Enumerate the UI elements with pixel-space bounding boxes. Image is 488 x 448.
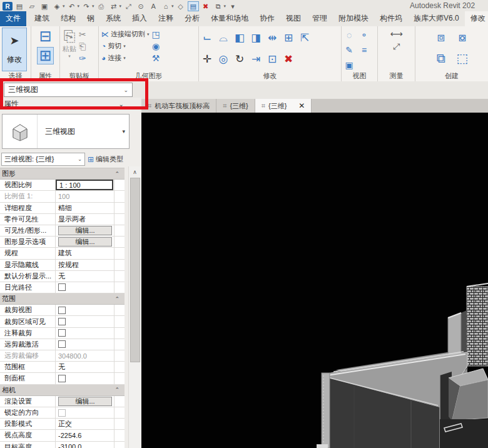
3d-viewport[interactable] xyxy=(141,113,488,448)
type-selector[interactable]: 三维视图 ▾ xyxy=(2,114,130,149)
print-icon[interactable]: ⎙ xyxy=(96,1,107,11)
edit-type-button[interactable]: ⊞ 编辑类型 xyxy=(88,153,129,166)
camera-icon[interactable]: ▣ xyxy=(345,60,353,70)
cascade-windows-icon[interactable]: ⧉ xyxy=(213,1,224,11)
edit-button[interactable]: 编辑... xyxy=(58,237,112,247)
demolish-icon[interactable]: ⚒ xyxy=(152,53,160,63)
property-group-header-图形[interactable]: 图形⌃ xyxy=(0,168,125,180)
close-icon[interactable]: ✕ xyxy=(298,101,305,110)
ribbon-tab-视图[interactable]: 视图 xyxy=(280,11,307,26)
measure-icon[interactable]: ⤢ xyxy=(123,1,134,11)
properties-palette-icon[interactable]: ⊟ xyxy=(39,28,51,44)
create-assembly-icon[interactable]: ⧇ xyxy=(459,32,467,42)
move-icon[interactable]: ✛ xyxy=(203,54,211,64)
pin-icon[interactable]: ⇱ xyxy=(300,33,309,43)
ribbon-tab-协作[interactable]: 协作 xyxy=(254,11,280,26)
modify-tool-button[interactable]: ➤ 修改 xyxy=(2,28,27,71)
ribbon-tab-族库大师V6.0[interactable]: 族库大师V6.0 xyxy=(408,11,465,26)
aligned-dim-icon[interactable]: ⟷ xyxy=(390,29,402,39)
new-file-icon[interactable]: ▤ xyxy=(14,1,25,11)
open-file-icon[interactable]: ▱ xyxy=(26,1,38,11)
section-icon[interactable]: ◇ xyxy=(175,1,186,11)
cut-icon[interactable]: ✂ xyxy=(79,29,86,39)
trim-icon[interactable]: ⇥ xyxy=(252,54,260,64)
redo-icon-dropdown[interactable]: ▾ xyxy=(92,4,94,9)
type-properties-icon[interactable]: ⊞ xyxy=(37,47,53,64)
ribbon-tab-插入[interactable]: 插入 xyxy=(126,11,153,26)
ribbon-tab-文件[interactable]: 文件 xyxy=(0,11,26,26)
create-group-icon[interactable]: ⧈ xyxy=(437,32,445,42)
edit-button[interactable]: 编辑... xyxy=(58,226,112,235)
property-group-header-范围[interactable]: 范围⌃ xyxy=(0,293,125,305)
ribbon-tab-建筑[interactable]: 建筑 xyxy=(29,11,55,26)
default-3d-icon-dropdown[interactable]: ▾ xyxy=(171,4,174,9)
wall-joins-icon[interactable]: ◳ xyxy=(152,29,160,39)
ribbon-tab-系统[interactable]: 系统 xyxy=(100,11,126,26)
geometry-item-连接[interactable]: ◕连接▾ xyxy=(101,53,150,63)
ribbon-tab-修改[interactable]: 修改 xyxy=(465,11,488,26)
undo-icon-dropdown[interactable]: ▾ xyxy=(78,4,80,9)
ribbon-tab-结构[interactable]: 结构 xyxy=(55,11,81,26)
redo-icon[interactable]: ↷ xyxy=(81,1,92,11)
collapse-icon[interactable]: ⌃ xyxy=(114,171,119,177)
checkbox[interactable] xyxy=(58,307,66,314)
linework-icon[interactable]: ✎ xyxy=(345,45,353,55)
mirror-draw-icon[interactable]: ◨ xyxy=(251,33,261,43)
checkbox[interactable] xyxy=(58,283,66,291)
edit-button[interactable]: 编辑... xyxy=(58,397,112,406)
schedule-icon[interactable]: ▤ xyxy=(188,1,199,11)
customize-icon[interactable]: ▾ xyxy=(227,1,238,11)
copy-icon[interactable]: ◎ xyxy=(219,54,228,64)
scroll-up-icon[interactable]: ∧ xyxy=(129,166,141,177)
sync-icon-dropdown[interactable]: ▾ xyxy=(63,4,65,9)
scale-icon[interactable]: ⊡ xyxy=(268,54,277,64)
view-type-dropdown[interactable]: 三维视图 ⌄ xyxy=(4,83,133,97)
value-input-selected[interactable]: 1 : 100 xyxy=(56,180,113,190)
collapse-icon[interactable]: ⌃ xyxy=(114,387,119,393)
measure-between-icon[interactable]: ⤢ xyxy=(393,41,400,51)
ribbon-tab-构件坞[interactable]: 构件坞 xyxy=(374,11,408,26)
view-tab-0[interactable]: ⌗机动车筏板顶标高 xyxy=(141,99,216,113)
align-icon[interactable]: ⌙ xyxy=(203,33,211,43)
paste-button[interactable]: ⎘ 粘贴 ▾ xyxy=(63,28,76,59)
geometry-item-剪切[interactable]: ◔剪切▾ xyxy=(101,41,150,51)
view-tab-2[interactable]: ⌗{三维}✕ xyxy=(255,99,312,113)
ribbon-tab-注释[interactable]: 注释 xyxy=(153,11,179,26)
explode-icon[interactable]: ⬚ xyxy=(457,53,469,63)
scrollbar-thumb[interactable] xyxy=(130,178,140,362)
close-inactive-icon[interactable]: ✖ xyxy=(200,1,211,11)
create-parts-icon[interactable]: ⧉ xyxy=(437,53,445,63)
mirror-axis-icon[interactable]: ◧ xyxy=(235,33,245,43)
undo-icon[interactable]: ↶ xyxy=(66,1,78,11)
collapse-icon[interactable]: ⌃ xyxy=(114,296,119,302)
checkbox[interactable] xyxy=(58,329,66,337)
palette-scrollbar[interactable]: ∧ xyxy=(128,166,141,448)
cascade-windows-icon-dropdown[interactable]: ▾ xyxy=(224,4,226,9)
ribbon-tab-钢[interactable]: 钢 xyxy=(81,11,100,26)
split-icon[interactable]: ⇹ xyxy=(268,33,277,43)
swap-icon[interactable]: ⇄ xyxy=(108,1,119,11)
text-icon[interactable]: A xyxy=(148,1,159,11)
match-type-icon[interactable]: ✑ xyxy=(79,53,86,63)
hide-icon[interactable]: ⚬ xyxy=(360,30,368,40)
save-icon[interactable]: ▣ xyxy=(39,1,50,11)
ribbon-tab-附加模块[interactable]: 附加模块 xyxy=(333,11,374,26)
delete-icon[interactable]: ✖ xyxy=(284,54,293,64)
properties-palette-header[interactable]: 属性 ⌄ xyxy=(0,98,141,111)
checkbox[interactable] xyxy=(58,375,66,382)
checkbox[interactable] xyxy=(58,318,66,325)
geometry-item-连接端切割[interactable]: ⋉连接端切割▾ xyxy=(101,29,150,39)
checkbox[interactable] xyxy=(58,340,66,348)
array-icon[interactable]: ⊞ xyxy=(284,33,293,43)
ribbon-tab-体量和场地[interactable]: 体量和场地 xyxy=(205,11,254,26)
paint-icon[interactable]: ◉ xyxy=(152,41,160,51)
override-icon[interactable]: ≡ xyxy=(362,45,367,55)
copy-icon[interactable]: ⎗ xyxy=(79,41,86,51)
offset-icon[interactable]: ⌓ xyxy=(219,33,227,43)
tag-icon[interactable]: ⊙ xyxy=(135,1,146,11)
sync-icon[interactable]: ◈ xyxy=(51,1,63,11)
rotate-icon[interactable]: ↻ xyxy=(235,54,244,64)
swap-icon-dropdown[interactable]: ▾ xyxy=(119,4,122,9)
ribbon-tab-分析[interactable]: 分析 xyxy=(179,11,205,26)
ribbon-tab-管理[interactable]: 管理 xyxy=(307,11,333,26)
